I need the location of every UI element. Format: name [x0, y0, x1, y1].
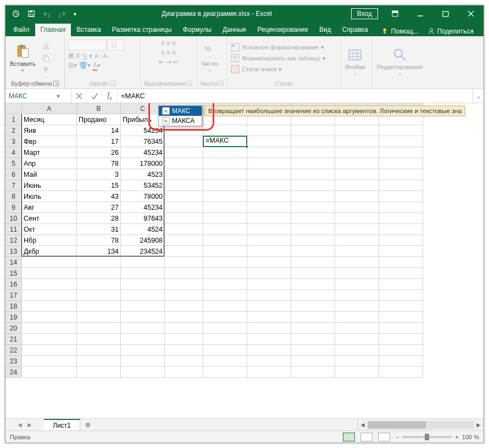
- grid-cell[interactable]: [335, 356, 379, 367]
- table-data-cell[interactable]: 245908: [121, 235, 165, 246]
- grid-cell[interactable]: [22, 301, 77, 312]
- horizontal-scrollbar[interactable]: ◄ ►: [357, 419, 484, 430]
- grid-cell[interactable]: [291, 268, 335, 279]
- grid-cell[interactable]: [203, 367, 247, 378]
- grid-cell[interactable]: [121, 334, 165, 345]
- row-header[interactable]: 17: [5, 290, 22, 301]
- grid-cell[interactable]: [22, 345, 77, 356]
- name-box[interactable]: ▾: [5, 89, 71, 103]
- grid-cell[interactable]: [335, 213, 379, 224]
- select-all-corner[interactable]: [5, 103, 22, 114]
- grid-cell[interactable]: [77, 290, 121, 301]
- copy-icon[interactable]: [40, 53, 52, 64]
- grid-cell[interactable]: [291, 224, 335, 235]
- close-icon[interactable]: [458, 5, 484, 22]
- grid-cell[interactable]: [291, 235, 335, 246]
- grid-cell[interactable]: [247, 169, 291, 180]
- row-header[interactable]: 22: [5, 345, 22, 356]
- name-box-dropdown-icon[interactable]: ▾: [54, 92, 63, 100]
- grid-cell[interactable]: [379, 136, 423, 147]
- align-left-icon[interactable]: ≡: [161, 49, 165, 57]
- grid-cell[interactable]: [77, 334, 121, 345]
- grid-cell[interactable]: [247, 147, 291, 158]
- col-header[interactable]: G: [291, 103, 335, 114]
- grid-cell[interactable]: [203, 125, 247, 136]
- grid-cell[interactable]: [77, 345, 121, 356]
- table-data-cell[interactable]: 17: [77, 136, 121, 147]
- tab-file[interactable]: Файл: [8, 24, 35, 36]
- grid-cell[interactable]: [291, 213, 335, 224]
- grid-cell[interactable]: [203, 224, 247, 235]
- underline-icon[interactable]: Ч: [82, 52, 87, 60]
- grid-cell[interactable]: [379, 334, 423, 345]
- grid-cell[interactable]: [22, 323, 77, 334]
- grid-cell[interactable]: [22, 356, 77, 367]
- grid-cell[interactable]: [335, 290, 379, 301]
- grid-cell[interactable]: [247, 323, 291, 334]
- row-header[interactable]: 19: [5, 312, 22, 323]
- grid-cell[interactable]: [121, 268, 165, 279]
- signin-button[interactable]: Вход: [351, 8, 378, 19]
- grid-cell[interactable]: [165, 125, 203, 136]
- grid-cell[interactable]: [335, 169, 379, 180]
- grid-cell[interactable]: [203, 301, 247, 312]
- table-data-cell[interactable]: 28: [77, 213, 121, 224]
- tab-layout[interactable]: Разметка страницы: [107, 24, 177, 36]
- grid-cell[interactable]: [335, 246, 379, 257]
- grid-cell[interactable]: [335, 224, 379, 235]
- grid-cell[interactable]: [335, 180, 379, 191]
- wrap-text-icon[interactable]: ↩: [173, 58, 179, 66]
- grid-cell[interactable]: [22, 268, 77, 279]
- save-icon[interactable]: [24, 7, 38, 21]
- grid-cell[interactable]: [379, 191, 423, 202]
- grid-cell[interactable]: [335, 312, 379, 323]
- grid-cell[interactable]: [22, 279, 77, 290]
- tab-formulas[interactable]: Формулы: [177, 24, 217, 36]
- insert-function-icon[interactable]: fx: [102, 89, 118, 103]
- font-shrink-icon[interactable]: A↓: [103, 53, 110, 59]
- format-painter-icon[interactable]: [40, 65, 52, 76]
- col-header[interactable]: A: [22, 103, 77, 114]
- grid-cell[interactable]: [203, 345, 247, 356]
- editing-button[interactable]: Редактирование▾: [375, 46, 425, 77]
- grid-cell[interactable]: [121, 257, 165, 268]
- row-header[interactable]: 2: [5, 125, 22, 136]
- autocomplete-item[interactable]: fxМАКСА: [159, 116, 202, 126]
- row-header[interactable]: 12: [5, 235, 22, 246]
- grid-cell[interactable]: [291, 301, 335, 312]
- table-data-cell[interactable]: Авг: [22, 202, 77, 213]
- grid-cell[interactable]: [203, 246, 247, 257]
- zoom-in-icon[interactable]: +: [455, 434, 458, 440]
- sheet-nav-prev-icon[interactable]: ◄: [16, 421, 23, 429]
- grid-cell[interactable]: [165, 301, 203, 312]
- grid-cell[interactable]: [335, 235, 379, 246]
- enter-formula-icon[interactable]: [87, 89, 102, 103]
- table-data-cell[interactable]: Янв: [22, 125, 77, 136]
- row-header[interactable]: 1: [5, 114, 22, 125]
- grid-cell[interactable]: [291, 169, 335, 180]
- grid-cell[interactable]: [165, 158, 203, 169]
- table-data-cell[interactable]: 14: [77, 125, 121, 136]
- grid-cell[interactable]: [379, 290, 423, 301]
- grid-cell[interactable]: [247, 312, 291, 323]
- autocomplete-item[interactable]: fxМАКС: [159, 106, 202, 116]
- conditional-format-button[interactable]: Условное форматирование▾: [230, 42, 327, 52]
- grid-cell[interactable]: [379, 312, 423, 323]
- zoom-out-icon[interactable]: −: [396, 434, 399, 440]
- grid-cell[interactable]: [121, 312, 165, 323]
- font-grow-icon[interactable]: A↑: [95, 53, 101, 59]
- cut-icon[interactable]: [40, 41, 52, 52]
- grid-cell[interactable]: [247, 136, 291, 147]
- grid-cell[interactable]: [247, 224, 291, 235]
- share-button[interactable]: Поделиться: [424, 26, 477, 36]
- table-data-cell[interactable]: Май: [22, 169, 77, 180]
- grid-cell[interactable]: [203, 147, 247, 158]
- align-right-icon[interactable]: ≡: [172, 49, 176, 57]
- row-header[interactable]: 10: [5, 213, 22, 224]
- grid-cell[interactable]: [247, 279, 291, 290]
- table-data-cell[interactable]: 31: [77, 224, 121, 235]
- grid-cell[interactable]: [165, 169, 203, 180]
- indent-left-icon[interactable]: ⇤: [159, 58, 164, 66]
- grid-cell[interactable]: [379, 202, 423, 213]
- table-data-cell[interactable]: Март: [22, 147, 77, 158]
